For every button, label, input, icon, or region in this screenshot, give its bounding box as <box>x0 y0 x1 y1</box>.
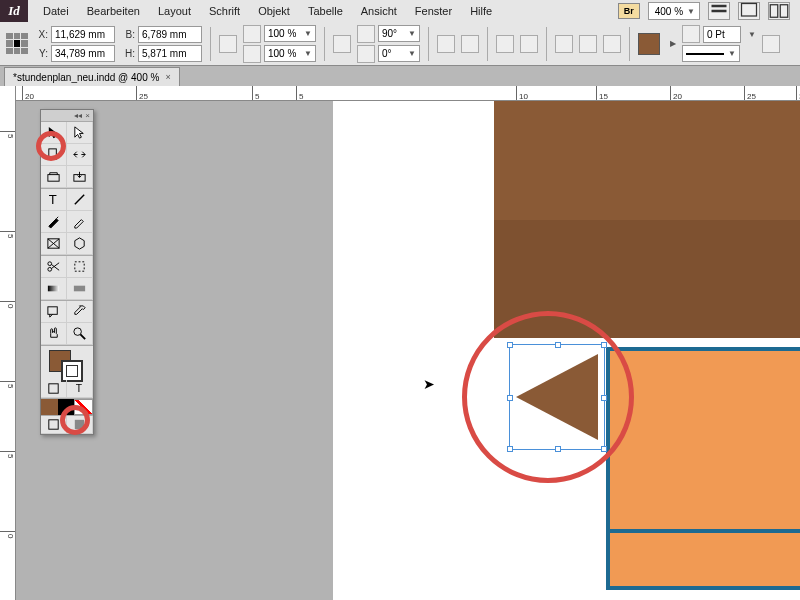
stroke-icon <box>682 25 700 43</box>
svg-point-13 <box>48 262 52 266</box>
svg-rect-0 <box>712 5 727 8</box>
y-input[interactable]: 34,789 mm <box>51 45 115 62</box>
menu-right: Br 400 %▼ <box>618 0 800 22</box>
gap-tool[interactable] <box>67 144 93 166</box>
bridge-button[interactable]: Br <box>618 3 640 19</box>
formatting-container-icon[interactable] <box>41 380 67 398</box>
rotation-input[interactable]: 90°▼ <box>378 25 420 42</box>
scissors-tool[interactable] <box>41 256 67 278</box>
corner-icon[interactable] <box>603 35 621 53</box>
stroke-weight-input[interactable]: 0 Pt <box>703 26 741 43</box>
svg-rect-21 <box>49 384 58 393</box>
canvas-brown-rect[interactable] <box>494 101 800 338</box>
width-input[interactable]: 6,789 mm <box>138 26 202 43</box>
x-input[interactable]: 11,629 mm <box>51 26 115 43</box>
reference-point-grid[interactable] <box>6 33 28 55</box>
select-container-icon[interactable] <box>496 35 514 53</box>
svg-rect-6 <box>48 175 59 182</box>
menu-bearbeiten[interactable]: Bearbeiten <box>78 5 149 17</box>
svg-rect-3 <box>770 5 778 18</box>
work-area: 5 5 0 5 5 0 8 ➤ ◂◂× T <box>0 101 800 600</box>
svg-rect-4 <box>780 5 788 18</box>
screen-mode-button[interactable] <box>738 2 760 20</box>
pencil-tool[interactable] <box>67 211 93 233</box>
menu-datei[interactable]: Datei <box>34 5 78 17</box>
select-content-icon[interactable] <box>520 35 538 53</box>
note-tool[interactable] <box>41 301 67 323</box>
eyedropper-tool[interactable] <box>67 301 93 323</box>
rotate-icon[interactable] <box>333 35 351 53</box>
content-collector-tool[interactable] <box>41 166 67 188</box>
fill-stroke-proxy[interactable] <box>41 346 93 380</box>
line-tool[interactable] <box>67 189 93 211</box>
wrap-icon[interactable] <box>579 35 597 53</box>
type-tool[interactable]: T <box>41 189 67 211</box>
fx-icon[interactable] <box>555 35 573 53</box>
scale-x-icon <box>243 25 261 43</box>
document-tab[interactable]: *stundenplan_neu.indd @ 400 % × <box>4 67 180 86</box>
vertical-ruler[interactable]: 5 5 0 5 5 0 <box>0 101 16 600</box>
ruler-origin[interactable] <box>0 86 16 101</box>
stroke-style-combo[interactable]: ▼ <box>682 45 740 62</box>
angle-icon <box>357 25 375 43</box>
content-placer-tool[interactable] <box>67 166 93 188</box>
control-bar: X:11,629 mm Y:34,789 mm B:6,789 mm H:5,8… <box>0 22 800 66</box>
shear-icon <box>357 45 375 63</box>
menu-ansicht[interactable]: Ansicht <box>352 5 406 17</box>
menu-objekt[interactable]: Objekt <box>249 5 299 17</box>
menu-fenster[interactable]: Fenster <box>406 5 461 17</box>
canvas-orange-frame[interactable] <box>606 347 800 590</box>
svg-rect-2 <box>742 4 757 17</box>
constrain-icon[interactable] <box>219 35 237 53</box>
tools-header[interactable]: ◂◂× <box>41 110 93 122</box>
view-options-button[interactable] <box>708 2 730 20</box>
zoom-combo[interactable]: 400 %▼ <box>648 2 700 20</box>
svg-line-20 <box>80 334 85 339</box>
close-icon[interactable]: × <box>165 72 170 82</box>
annotation-circle <box>462 311 634 483</box>
menu-hilfe[interactable]: Hilfe <box>461 5 501 17</box>
menu-tabelle[interactable]: Tabelle <box>299 5 352 17</box>
hand-tool[interactable] <box>41 323 67 345</box>
rectangle-frame-tool[interactable] <box>41 233 67 255</box>
svg-line-9 <box>75 195 84 204</box>
chevron-down-icon: ▼ <box>687 7 695 16</box>
svg-point-14 <box>48 267 52 271</box>
gradient-swatch-tool[interactable] <box>41 278 67 300</box>
gradient-feather-tool[interactable] <box>67 278 93 300</box>
shear-input[interactable]: 0°▼ <box>378 45 420 62</box>
scale-y-input[interactable]: 100 %▼ <box>264 45 316 62</box>
direct-selection-tool[interactable] <box>67 122 93 144</box>
menu-layout[interactable]: Layout <box>149 5 200 17</box>
pen-tool[interactable] <box>41 211 67 233</box>
arrange-button[interactable] <box>768 2 790 20</box>
annotation-circle-small <box>36 131 66 161</box>
main-menu: Datei Bearbeiten Layout Schrift Objekt T… <box>28 0 618 22</box>
chevron-right-icon[interactable]: ▶ <box>670 39 676 48</box>
flip-h-icon[interactable] <box>437 35 455 53</box>
app-bar: Id Datei Bearbeiten Layout Schrift Objek… <box>0 0 800 22</box>
formatting-text-icon[interactable]: T <box>67 380 93 398</box>
fill-swatch[interactable] <box>638 33 660 55</box>
svg-rect-18 <box>48 307 57 315</box>
rectangle-tool[interactable] <box>67 233 93 255</box>
svg-rect-16 <box>48 286 59 292</box>
menu-schrift[interactable]: Schrift <box>200 5 249 17</box>
app-logo: Id <box>0 0 28 22</box>
scale-x-input[interactable]: 100 %▼ <box>264 25 316 42</box>
svg-point-19 <box>74 328 82 336</box>
svg-rect-1 <box>712 10 727 13</box>
stroke-color-icon[interactable] <box>61 360 83 382</box>
cursor-icon: ➤ <box>423 376 435 392</box>
annotation-circle-small <box>60 405 90 435</box>
panel-menu-icon[interactable] <box>762 35 780 53</box>
collapse-icon[interactable]: ◂◂ <box>74 111 82 120</box>
document-tab-bar: *stundenplan_neu.indd @ 400 % × <box>0 66 800 86</box>
svg-rect-15 <box>75 262 84 271</box>
zoom-tool[interactable] <box>67 323 93 345</box>
horizontal-ruler[interactable]: 20 25 5 5 10 15 20 25 30 <box>0 86 800 101</box>
close-icon[interactable]: × <box>85 111 90 120</box>
flip-v-icon[interactable] <box>461 35 479 53</box>
free-transform-tool[interactable] <box>67 256 93 278</box>
height-input[interactable]: 5,871 mm <box>138 45 202 62</box>
